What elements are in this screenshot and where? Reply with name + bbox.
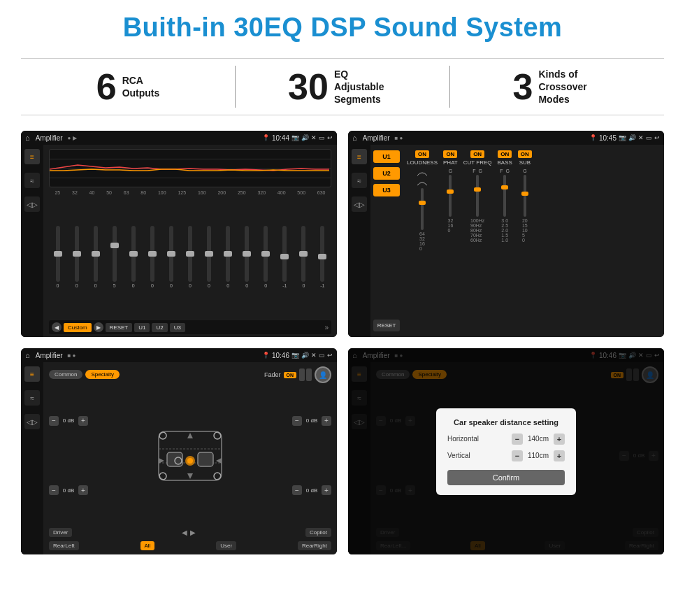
slider-thumb[interactable] [299, 251, 308, 257]
loudness-group: ON LOUDNESS 6432160 [407, 150, 438, 331]
left-arrow[interactable]: ◀ [182, 529, 187, 536]
slider-thumb[interactable] [54, 251, 62, 257]
slider-thumb[interactable] [224, 251, 232, 257]
bass-toggle[interactable]: ON [498, 150, 512, 158]
db-plus-fl[interactable]: + [78, 416, 88, 426]
minimize-icon-1: ▭ [319, 134, 325, 141]
svg-point-7 [187, 458, 193, 464]
back-icon-3[interactable]: ↩ [327, 352, 333, 359]
slider-thumb[interactable] [167, 251, 175, 257]
rearright-button[interactable]: RearRight [298, 541, 331, 550]
fader-toggle[interactable]: ON [284, 372, 297, 378]
phat-thumb[interactable] [447, 189, 454, 194]
horizontal-value: 140cm [526, 435, 551, 443]
db-plus-rr[interactable]: + [322, 485, 331, 495]
all-button[interactable]: All [140, 541, 155, 550]
bass-thumb[interactable] [501, 185, 508, 189]
slider-thumb[interactable] [243, 251, 251, 257]
cutfreq-thumb[interactable] [474, 187, 481, 192]
slider-thumb[interactable] [261, 251, 270, 257]
fader-label: Fader [264, 371, 281, 378]
home-icon-3[interactable]: ⌂ [25, 351, 30, 359]
custom-button[interactable]: Custom [64, 323, 92, 332]
right-arrow[interactable]: ▶ [190, 529, 196, 536]
common-tab[interactable]: Common [49, 370, 82, 379]
slider-thumb[interactable] [318, 254, 326, 259]
db-plus-rl[interactable]: + [78, 485, 88, 495]
db-minus-fl[interactable]: − [49, 416, 59, 426]
eq-icon[interactable]: ≡ [24, 149, 40, 164]
wave-icon-3[interactable]: ≈ [24, 390, 40, 406]
vertical-plus-button[interactable]: + [554, 450, 565, 461]
wave-icon-2[interactable]: ≈ [352, 173, 367, 188]
copilot-button[interactable]: Copilot [305, 528, 331, 537]
confirm-button[interactable]: Confirm [447, 470, 565, 485]
slider-thumb[interactable] [129, 251, 138, 257]
speaker-icon-3[interactable]: ◁▷ [24, 414, 40, 429]
driver-button[interactable]: Driver [49, 528, 72, 537]
side-icons-1: ≡ ≈ ◁▷ [21, 145, 43, 337]
next-button[interactable]: ▶ [94, 322, 103, 332]
loudness-toggle[interactable]: ON [415, 150, 429, 158]
stat-rca: 6 RCAOutputs [21, 69, 235, 105]
db-value-rr: 0 dB [303, 487, 320, 494]
db-plus-fr[interactable]: + [322, 416, 331, 426]
fader-slider-2[interactable] [306, 368, 312, 381]
back-icon-1[interactable]: ↩ [327, 134, 333, 141]
vertical-row: Vertical − 110cm + [447, 450, 565, 461]
loudness-scale: 6432160 [419, 231, 425, 251]
speaker-icon[interactable]: ◁▷ [24, 196, 40, 212]
horizontal-label: Horizontal [447, 435, 479, 443]
speaker-icon-2[interactable]: ◁▷ [352, 196, 367, 212]
back-icon-2[interactable]: ↩ [654, 134, 660, 141]
reset-button[interactable]: RESET [106, 323, 133, 332]
stat-rca-number: 6 [96, 69, 117, 105]
slider-thumb[interactable] [110, 243, 119, 248]
u2-preset-button[interactable]: U2 [373, 167, 400, 180]
reset-preset-button[interactable]: RESET [373, 320, 400, 331]
eq-slider-8: 0 [201, 226, 218, 288]
loudness-thumb[interactable] [419, 201, 426, 205]
wave-icon[interactable]: ≈ [24, 173, 40, 188]
horizontal-minus-button[interactable]: − [512, 434, 523, 445]
eq-icon-3[interactable]: ≡ [24, 366, 40, 382]
cutfreq-toggle[interactable]: ON [470, 150, 484, 158]
prev-button[interactable]: ◀ [52, 322, 62, 332]
db-minus-rl[interactable]: − [49, 485, 59, 495]
home-icon-2[interactable]: ⌂ [352, 134, 357, 142]
eq-icon-2[interactable]: ≡ [352, 149, 367, 164]
screen-title-1: Amplifier [36, 134, 63, 142]
specialty-tab[interactable]: Specialty [85, 370, 119, 379]
bottom-controls-3: Driver ◀ ▶ Copilot [49, 528, 331, 537]
loudness-curve2 [416, 178, 428, 187]
slider-thumb[interactable] [186, 251, 194, 257]
preset-left: U1 U2 U3 RESET [370, 145, 403, 337]
u1-button[interactable]: U1 [134, 323, 150, 332]
vertical-minus-button[interactable]: − [512, 450, 523, 461]
u1-preset-button[interactable]: U1 [373, 150, 400, 163]
rearleft-button[interactable]: RearLeft [49, 541, 79, 550]
slider-thumb[interactable] [148, 251, 157, 257]
horizontal-plus-button[interactable]: + [554, 434, 565, 445]
fader-slider-1[interactable] [299, 368, 305, 381]
u3-button[interactable]: U3 [170, 323, 185, 332]
slider-thumb[interactable] [73, 251, 81, 257]
slider-thumb[interactable] [280, 254, 289, 259]
sub-toggle[interactable]: ON [518, 150, 532, 158]
status-bar-3: ⌂ Amplifier ■ ● 📍 10:46 📷 🔊 ✕ ▭ ↩ [21, 348, 337, 362]
user-button[interactable]: User [216, 541, 236, 550]
db-minus-fr[interactable]: − [292, 416, 302, 426]
avatar-icon[interactable]: 👤 [315, 366, 331, 383]
phat-toggle[interactable]: ON [443, 150, 457, 158]
home-icon-1[interactable]: ⌂ [25, 134, 30, 142]
db-group-fr: − 0 dB + [292, 416, 331, 426]
slider-thumb[interactable] [205, 251, 213, 257]
more-icon[interactable]: » [324, 324, 329, 331]
db-minus-rr[interactable]: − [292, 485, 302, 495]
slider-thumb[interactable] [92, 251, 100, 257]
u3-preset-button[interactable]: U3 [373, 184, 400, 196]
sub-thumb[interactable] [521, 192, 528, 196]
side-icons-2: ≡ ≈ ◁▷ [348, 145, 370, 337]
phat-g-label: G [449, 169, 452, 173]
u2-button[interactable]: U2 [152, 323, 167, 332]
